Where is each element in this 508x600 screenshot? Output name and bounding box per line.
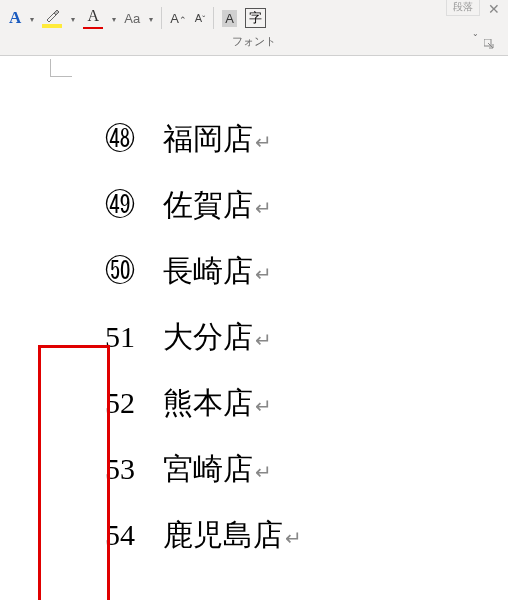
paragraph-mark-icon: ↵ <box>255 186 272 230</box>
list-text: 宮崎店 <box>163 436 253 502</box>
list-text: 鹿児島店 <box>163 502 283 568</box>
char-border-icon: 字 <box>245 8 266 28</box>
cursor-indicator <box>50 59 72 77</box>
paragraph-mark-icon: ↵ <box>255 384 272 428</box>
font-color-button[interactable]: A <box>80 6 106 30</box>
paragraph-group-label: 段落 <box>446 0 480 16</box>
ribbon-group-label-row: フォント <box>6 32 502 53</box>
highlight-color-swatch <box>42 24 62 28</box>
font-style-icon: A <box>9 8 21 28</box>
list-text: 佐賀店 <box>163 172 253 238</box>
paragraph-mark-icon: ↵ <box>255 318 272 362</box>
grow-font-icon: A⌃ <box>170 11 187 26</box>
list-text: 大分店 <box>163 304 253 370</box>
shrink-font-icon: Aˇ <box>195 12 205 24</box>
char-shading-button[interactable]: A <box>219 6 240 30</box>
font-color-icon: A <box>88 7 100 25</box>
list-number: 51 <box>80 304 135 370</box>
change-case-dropdown[interactable]: ▾ <box>145 6 156 30</box>
list-item[interactable]: ㊾ 佐賀店 ↵ <box>80 172 508 238</box>
list-item[interactable]: 54 鹿児島店 ↵ <box>80 502 508 568</box>
divider <box>213 7 214 29</box>
paragraph-mark-icon: ↵ <box>255 450 272 494</box>
font-color-swatch <box>83 27 103 29</box>
font-style-button[interactable]: A <box>6 6 24 30</box>
list-number: ㊿ <box>80 238 135 304</box>
dialog-launcher-icon <box>484 39 494 49</box>
document-area[interactable]: ㊽ 福岡店 ↵ ㊾ 佐賀店 ↵ ㊿ 長崎店 ↵ 51 大分店 ↵ 52 熊本店 … <box>0 56 508 568</box>
list-number: 54 <box>80 502 135 568</box>
highlighter-icon <box>44 9 60 22</box>
chevron-down-icon: ▾ <box>30 15 34 24</box>
font-color-dropdown[interactable]: ▾ <box>108 6 119 30</box>
ribbon-font-group: A ▾ ▾ A ▾ Aa ▾ <box>0 0 508 56</box>
list-number: ㊽ <box>80 106 135 172</box>
chevron-down-icon: ▾ <box>112 15 116 24</box>
divider <box>161 7 162 29</box>
highlighter-dropdown[interactable]: ▾ <box>67 6 78 30</box>
char-border-button[interactable]: 字 <box>242 6 269 30</box>
list-text: 長崎店 <box>163 238 253 304</box>
list-text: 福岡店 <box>163 106 253 172</box>
list-number: ㊾ <box>80 172 135 238</box>
list-item[interactable]: ㊿ 長崎店 ↵ <box>80 238 508 304</box>
char-shading-icon: A <box>222 10 237 27</box>
list-item[interactable]: ㊽ 福岡店 ↵ <box>80 106 508 172</box>
change-case-button[interactable]: Aa <box>121 6 143 30</box>
dialog-launcher-button[interactable] <box>482 37 496 51</box>
highlighter-button[interactable] <box>39 6 65 30</box>
list-number: 52 <box>80 370 135 436</box>
list-text: 熊本店 <box>163 370 253 436</box>
list-item[interactable]: 52 熊本店 ↵ <box>80 370 508 436</box>
paragraph-mark-icon: ↵ <box>255 252 272 296</box>
grow-font-button[interactable]: A⌃ <box>167 6 190 30</box>
ribbon-controls-row: A ▾ ▾ A ▾ Aa ▾ <box>6 4 502 32</box>
change-case-icon: Aa <box>124 11 140 26</box>
chevron-down-icon: ▾ <box>149 15 153 24</box>
list-number: 53 <box>80 436 135 502</box>
list-item[interactable]: 51 大分店 ↵ <box>80 304 508 370</box>
paragraph-mark-icon: ↵ <box>255 120 272 164</box>
numbered-list: ㊽ 福岡店 ↵ ㊾ 佐賀店 ↵ ㊿ 長崎店 ↵ 51 大分店 ↵ 52 熊本店 … <box>80 106 508 568</box>
font-style-dropdown[interactable]: ▾ <box>26 6 37 30</box>
font-group-label: フォント <box>232 34 276 49</box>
close-icon[interactable]: ✕ <box>484 0 504 18</box>
paragraph-mark-icon: ↵ <box>285 516 302 560</box>
list-item[interactable]: 53 宮崎店 ↵ <box>80 436 508 502</box>
chevron-down-icon: ▾ <box>71 15 75 24</box>
shrink-font-button[interactable]: Aˇ <box>192 6 208 30</box>
